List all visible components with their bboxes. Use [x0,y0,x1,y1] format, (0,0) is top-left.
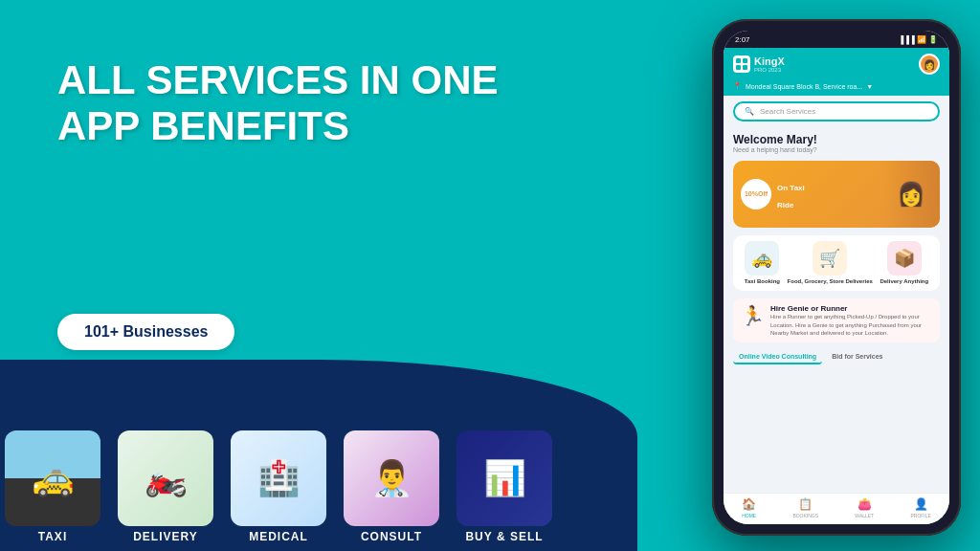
welcome-section: Welcome Mary! Need a helping hand today? [724,127,949,157]
app-subtitle: PRO 2023 [754,67,785,73]
main-headline: ALL SERVICES IN ONE APP BENEFITS [57,57,517,150]
consult-label: CONSULT [361,530,422,543]
phone-screen: 2:07 ▐▐▐ 📶 🔋 KingX PRO 2023 [724,31,949,524]
promo-banner[interactable]: 10%Off On Taxi Ride 👩 [733,161,940,228]
tab-online-video[interactable]: Online Video Consulting [733,350,822,364]
promo-line2: Ride [777,201,793,209]
service-item-taxi[interactable]: 🚕 TAXI [0,430,105,551]
location-bar[interactable]: 📍 Mondeal Square Block B, Service roa...… [724,82,949,96]
tab-wallet[interactable]: 👛 WALLET [855,497,874,518]
profile-icon: 👤 [914,497,928,511]
buysell-image: 📊 [457,430,552,526]
delivery-grid-label: Delivery Anything [880,278,928,285]
app-header: KingX PRO 2023 👩 [724,48,949,82]
promo-sticker: 10%Off [741,179,771,209]
video-tabs: Online Video Consulting Bid for Services [733,350,940,364]
food-grid-label: Food, Grocery, Store Deliveries [788,278,873,285]
home-label: HOME [742,513,756,518]
location-text: Mondeal Square Block B, Service roa... [746,83,862,90]
search-icon: 🔍 [745,107,754,116]
consult-image: 👨‍⚕️ [344,430,439,526]
food-grid-icon: 🛒 [813,241,847,276]
service-item-consult[interactable]: 👨‍⚕️ CONSULT [339,430,444,551]
signal-icons: ▐▐▐ 📶 🔋 [899,35,938,44]
businesses-badge: 101+ Businesses [57,314,234,350]
taxi-label: TAXI [38,530,67,543]
wallet-icon: 👛 [858,497,872,511]
delivery-label: DELIVERY [133,530,198,543]
hire-section[interactable]: 🏃 Hire Genie or Runner Hire a Runner to … [733,298,940,342]
grid-service-food[interactable]: 🛒 Food, Grocery, Store Deliveries [788,241,873,285]
bookings-icon: 📋 [798,497,813,511]
promo-line1: On Taxi [777,184,805,192]
phone-notch [808,33,865,40]
delivery-grid-icon: 📦 [887,241,922,276]
tab-home[interactable]: 🏠 HOME [742,497,756,518]
medical-label: MEDICAL [249,530,308,543]
services-row: 🚕 TAXI 🏍️ DELIVERY 🏥 MEDICAL 👨‍⚕️ CONSUL… [0,430,574,551]
app-name: KingX [754,56,785,67]
logo-icon [733,55,750,73]
search-placeholder: Search Services [760,107,815,116]
grid-service-delivery[interactable]: 📦 Delivery Anything [880,241,928,285]
logo-area: KingX PRO 2023 [733,55,785,73]
promo-text: On Taxi Ride [777,177,805,211]
tab-bookings[interactable]: 📋 BOOKINGS [792,497,818,518]
tab-bid-services[interactable]: Bid for Services [826,350,888,364]
services-grid: 🚕 Taxi Booking 🛒 Food, Grocery, Store De… [733,235,940,291]
buysell-label: BUY & SELL [465,530,543,543]
search-bar[interactable]: 🔍 Search Services [733,101,940,121]
welcome-greeting: Welcome Mary! [733,133,940,146]
taxi-image: 🚕 [5,430,100,526]
hire-icon: 🏃 [741,304,765,327]
wallet-label: WALLET [855,513,874,518]
taxi-grid-icon: 🚕 [745,241,779,276]
tab-profile[interactable]: 👤 PROFILE [910,497,930,518]
time-display: 2:07 [735,35,750,44]
medical-image: 🏥 [231,430,326,526]
service-item-delivery[interactable]: 🏍️ DELIVERY [113,430,218,551]
location-icon: 📍 [733,82,742,90]
grid-service-taxi[interactable]: 🚕 Taxi Booking [745,241,780,285]
welcome-subtext: Need a helping hand today? [733,146,940,153]
promo-person: 👩 [882,161,940,228]
delivery-image: 🏍️ [118,430,213,526]
taxi-grid-label: Taxi Booking [745,278,780,285]
hire-title: Hire Genie or Runner [770,304,932,313]
phone-frame: 2:07 ▐▐▐ 📶 🔋 KingX PRO 2023 [712,19,961,536]
service-item-buysell[interactable]: 📊 BUY & SELL [452,430,557,551]
phone-mockup: 2:07 ▐▐▐ 📶 🔋 KingX PRO 2023 [712,19,961,536]
service-item-medical[interactable]: 🏥 MEDICAL [226,430,331,551]
hire-desc: Hire a Runner to get anything Picked-Up … [770,313,932,337]
bottom-nav: 🏠 HOME 📋 BOOKINGS 👛 WALLET 👤 PROFILE [724,493,949,524]
profile-label: PROFILE [910,513,930,518]
avatar[interactable]: 👩 [919,54,940,75]
left-section: ALL SERVICES IN ONE APP BENEFITS 101+ Bu… [0,0,622,551]
bookings-label: BOOKINGS [792,513,818,518]
home-icon: 🏠 [742,497,756,511]
dropdown-icon: ▼ [866,83,873,90]
